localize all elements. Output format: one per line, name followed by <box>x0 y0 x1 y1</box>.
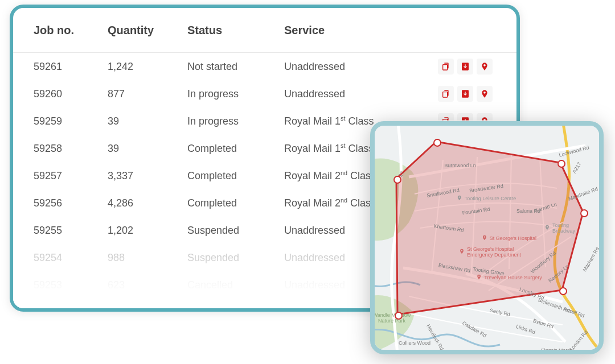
cell-qty: 877 <box>108 88 187 100</box>
cell-service: Unaddressed <box>284 88 421 100</box>
download-icon[interactable] <box>457 59 473 75</box>
row-actions <box>421 59 496 75</box>
poi-label: Wandle Meadow Nature Park <box>372 312 412 324</box>
table-row[interactable]: 592611,242Not startedUnaddressed <box>13 53 516 80</box>
cell-qty: 3,337 <box>108 170 187 182</box>
download-icon[interactable] <box>457 86 473 102</box>
map-overlay: Garratt LnSaluria RdBurntwood LnA217A217… <box>375 126 599 350</box>
street-label: Figge's Marsh <box>541 348 573 353</box>
place-pin-icon <box>544 224 550 232</box>
table-row[interactable]: 59260877In progressUnaddressed <box>13 80 516 107</box>
street-label: Burntwood Ln <box>444 163 476 168</box>
map-poi: St George's Hospital Emergency Departmen… <box>459 246 535 258</box>
place-pin-icon <box>457 195 462 202</box>
cell-status: Suspended <box>187 252 284 264</box>
cell-actions <box>421 86 496 102</box>
cell-service: Unaddressed <box>284 61 421 73</box>
polygon-vertex[interactable] <box>559 287 567 295</box>
cell-status: Suspended <box>187 225 284 237</box>
street-label: Blackshaw Rd <box>438 262 471 274</box>
street-label: Colliers Wood <box>399 340 430 346</box>
map-poi: Tooting Leisure Centre <box>457 195 516 202</box>
copy-icon[interactable] <box>438 86 454 102</box>
col-status: Status <box>187 24 284 37</box>
street-label: London Rd <box>568 329 589 352</box>
cell-qty: 39 <box>108 143 187 155</box>
cell-status: Not started <box>187 61 284 73</box>
cell-status: In progress <box>187 88 284 100</box>
street-label: Byton Rd <box>532 318 554 330</box>
poi-label: Tooting Broadway <box>552 222 581 234</box>
cell-actions <box>421 59 496 75</box>
cell-status: In progress <box>187 115 284 127</box>
polygon-vertex[interactable] <box>580 209 588 217</box>
cell-status: Cancelled <box>187 279 284 291</box>
cell-status: Completed <box>187 197 284 209</box>
cell-job: 59256 <box>34 197 108 209</box>
map-pin-icon[interactable] <box>477 86 493 102</box>
street-label: Havelock Rd <box>425 323 445 351</box>
street-label: Ansell Rd <box>563 306 585 319</box>
cell-status: Completed <box>187 170 284 182</box>
street-label: Rectory Ln <box>547 263 570 284</box>
cell-job: 59257 <box>34 170 108 182</box>
street-label: Woodbury Rd <box>530 250 557 275</box>
map-card: Garratt LnSaluria RdBurntwood LnA217A217… <box>370 121 604 354</box>
table-header-row: Job no. Quantity Status Service <box>13 8 516 53</box>
poi-label: Tooting Leisure Centre <box>465 196 516 201</box>
street-label: Saluria Rd <box>516 208 540 214</box>
street-label: Lockwood Rd <box>558 144 589 158</box>
street-label: Mandrake Rd <box>568 186 598 202</box>
cell-qty: 1,202 <box>108 225 187 237</box>
cell-job: 59258 <box>34 143 108 155</box>
street-label: A217 <box>571 161 582 174</box>
polygon-vertex[interactable] <box>557 160 565 168</box>
street-label: Oakdale Rd <box>461 320 487 338</box>
street-label: Longley Rd <box>519 287 545 301</box>
map-poi: Tooting Broadway <box>544 222 581 234</box>
cell-qty: 623 <box>108 279 187 291</box>
polygon-vertex[interactable] <box>395 312 403 320</box>
cell-qty: 1,242 <box>108 61 187 73</box>
poi-label: St George's Hospital <box>490 235 536 241</box>
polygon-vertex[interactable] <box>433 139 441 147</box>
street-label: Links Rd <box>515 324 536 335</box>
poi-label: St George's Hospital Emergency Departmen… <box>467 246 535 258</box>
street-label: Garratt Ln <box>534 201 557 214</box>
cell-job: 59259 <box>34 115 108 127</box>
cell-job: 59254 <box>34 252 108 264</box>
copy-icon[interactable] <box>438 59 454 75</box>
cell-job: 59253 <box>34 279 108 291</box>
street-label: Seely Rd <box>489 307 511 317</box>
cell-job: 59255 <box>34 225 108 237</box>
cell-status: Completed <box>187 143 284 155</box>
cell-job: 59260 <box>34 88 108 100</box>
polygon-vertex[interactable] <box>393 176 401 184</box>
poi-label: Trevelyan House Surgery <box>484 275 542 280</box>
row-actions <box>421 86 496 102</box>
map-poi: St George's Hospital <box>482 234 536 242</box>
street-label: Fountain Rd <box>462 206 490 216</box>
hospital-pin-icon <box>482 234 487 242</box>
cell-qty: 39 <box>108 115 187 127</box>
map-pin-icon[interactable] <box>477 59 493 75</box>
street-label: Bickersteth Rd <box>538 297 571 313</box>
street-label: Khartoum Rd <box>433 223 464 233</box>
street-label: Broadwater Rd <box>469 183 504 193</box>
cell-job: 59261 <box>34 61 108 73</box>
hospital-pin-icon <box>476 274 482 282</box>
map-poi: Wandle Meadow Nature Park <box>372 312 412 324</box>
col-qty: Quantity <box>108 24 187 37</box>
col-job: Job no. <box>34 24 108 37</box>
hospital-pin-icon <box>459 248 465 256</box>
map-poi: Trevelyan House Surgery <box>476 274 542 282</box>
street-label: Smallwood Rd <box>427 187 460 198</box>
cell-qty: 988 <box>108 252 187 264</box>
col-service: Service <box>284 24 421 37</box>
cell-qty: 4,286 <box>108 197 187 209</box>
street-label: Tooting Grove <box>473 266 505 276</box>
street-label: Mitcham Rd <box>582 246 601 273</box>
